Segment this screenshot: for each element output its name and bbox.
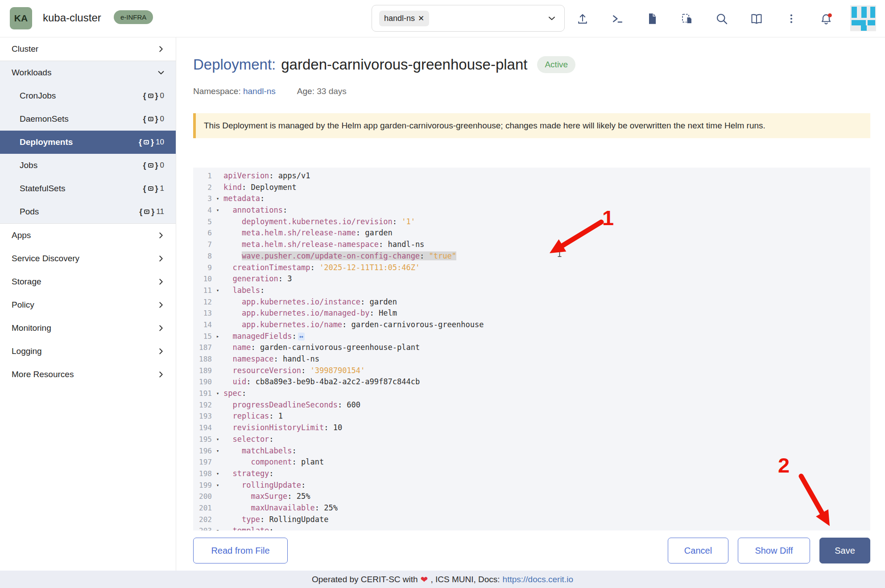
sidebar-item-label: Monitoring [12,323,51,333]
sidebar-item-label: More Resources [12,370,74,379]
chevron-right-icon[interactable] [156,370,166,379]
sidebar-item-more-resources[interactable]: More Resources [0,363,176,386]
yaml-line[interactable]: 189resourceVersion: '3998790154' [193,365,870,377]
sidebar-item-storage[interactable]: Storage [0,270,176,293]
line-number: 15 [193,331,212,342]
fold-toggle-icon[interactable]: ▾ [212,445,223,457]
yaml-editor[interactable]: 1apiVersion: apps/v12kind: Deployment3▾m… [193,168,870,530]
sidebar-item-monitoring[interactable]: Monitoring [0,317,176,340]
fold-toggle-icon[interactable]: ▾ [212,480,223,491]
show-diff-button[interactable]: Show Diff [738,538,810,563]
yaml-line[interactable]: 203▾template: [193,525,870,530]
file-icon[interactable] [646,12,658,25]
sidebar-item-label: Pods [20,207,39,217]
sidebar-item-deployments[interactable]: Deployments{} 10 [0,131,176,154]
yaml-line[interactable]: 193replicas: 1 [193,411,870,422]
sidebar-item-apps[interactable]: Apps [0,224,176,247]
yaml-line[interactable]: 5deployment.kubernetes.io/revision: '1' [193,216,870,228]
sidebar-item-pods[interactable]: Pods{} 11 [0,200,176,223]
yaml-line[interactable]: 192progressDeadlineSeconds: 600 [193,399,870,411]
yaml-line[interactable]: 11▾labels: [193,285,870,296]
yaml-line[interactable]: 199▾rollingUpdate: [193,480,870,491]
cluster-avatar[interactable]: KA [10,7,32,29]
yaml-line[interactable]: 187name: garden-carnivorous-greenhouse-p… [193,342,870,354]
sidebar-item-daemonsets[interactable]: DaemonSets{} 0 [0,107,176,131]
chevron-right-icon[interactable] [156,323,166,333]
fold-toggle-icon[interactable]: ▾ [212,388,223,399]
sidebar-item-policy[interactable]: Policy [0,293,176,317]
yaml-line[interactable]: 10generation: 3 [193,273,870,285]
fold-toggle-icon[interactable]: ▾ [212,434,223,445]
fold-toggle-icon[interactable]: ▾ [212,525,223,530]
yaml-line[interactable]: 14app.kubernetes.io/name: garden-carnivo… [193,319,870,331]
notifications-bell-icon[interactable] [820,12,832,25]
chevron-right-icon[interactable] [156,277,166,287]
count-icon [148,163,153,168]
chevron-right-icon[interactable] [156,254,166,263]
yaml-line[interactable]: 188namespace: handl-ns [193,354,870,365]
yaml-line[interactable]: 196▾matchLabels: [193,445,870,457]
namespace-link[interactable]: handl-ns [243,86,276,96]
yaml-line[interactable]: 198▾strategy: [193,468,870,480]
resource-count-badge: {} 1 [143,184,165,193]
fold-toggle-icon[interactable]: ▾ [212,205,223,216]
fold-toggle-icon[interactable]: ▾ [212,468,223,480]
kebab-menu-icon[interactable] [785,12,798,25]
fold-toggle-icon[interactable]: ▾ [212,285,223,296]
import-yaml-icon[interactable] [681,12,693,25]
chevron-down-icon[interactable] [156,68,166,78]
chevron-right-icon[interactable] [156,300,166,310]
chevron-right-icon[interactable] [156,346,166,356]
yaml-line[interactable]: 201maxUnavailable: 25% [193,502,870,514]
yaml-line[interactable]: 15▸managedFields:↔ [193,331,870,342]
yaml-line[interactable]: 4▾annotations: [193,205,870,216]
sidebar-item-jobs[interactable]: Jobs{} 0 [0,154,176,177]
yaml-line[interactable]: 190uid: cb8a89e3-be9b-4ba2-a2c2-a99f87c8… [193,376,870,388]
fold-toggle-icon[interactable]: ▾ [212,193,223,205]
fold-gutter [212,491,223,502]
yaml-line[interactable]: 191▾spec: [193,388,870,399]
search-icon[interactable] [715,12,728,25]
fold-toggle-icon[interactable]: ▸ [212,331,223,342]
chevron-right-icon[interactable] [156,230,166,240]
sidebar-item-cluster[interactable]: Cluster [0,37,176,61]
yaml-line[interactable]: 2kind: Deployment [193,182,870,193]
sidebar-item-service-discovery[interactable]: Service Discovery [0,247,176,270]
yaml-line[interactable]: 9creationTimestamp: '2025-12-11T11:05:46… [193,262,870,274]
yaml-line[interactable]: 8wave.pusher.com/update-on-config-change… [193,251,870,262]
yaml-code: managedFields:↔ [223,331,305,342]
sidebar-item-cronjobs[interactable]: CronJobs{} 0 [0,84,176,107]
yaml-line[interactable]: 202type: RollingUpdate [193,514,870,526]
yaml-code: generation: 3 [223,273,292,285]
namespace-chip[interactable]: handl-ns ✕ [379,11,429,26]
namespace-filter-dropdown[interactable]: handl-ns ✕ [372,5,565,32]
yaml-line[interactable]: 7meta.helm.sh/release-namespace: handl-n… [193,239,870,251]
yaml-line[interactable]: 12app.kubernetes.io/instance: garden [193,296,870,308]
yaml-line[interactable]: 197component: plant [193,456,870,468]
sidebar-item-logging[interactable]: Logging [0,340,176,363]
sidebar-item-workloads[interactable]: Workloads [0,61,176,84]
remove-namespace-icon[interactable]: ✕ [418,15,424,22]
yaml-line[interactable]: 200maxSurge: 25% [193,491,870,502]
yaml-line[interactable]: 195▾selector: [193,434,870,445]
read-from-file-button[interactable]: Read from File [193,538,288,563]
cancel-button[interactable]: Cancel [668,538,728,563]
count-icon [148,186,153,191]
chevron-down-icon[interactable] [546,13,557,24]
docs-book-icon[interactable] [750,12,763,25]
yaml-line[interactable]: 3▾metadata: [193,193,870,205]
sidebar-item-statefulsets[interactable]: StatefulSets{} 1 [0,177,176,200]
docs-link[interactable]: https://docs.cerit.io [503,575,573,584]
collapsed-fold-widget[interactable]: ↔ [298,333,305,341]
yaml-line[interactable]: 194revisionHistoryLimit: 10 [193,422,870,434]
kubectl-shell-icon[interactable] [611,12,624,25]
yaml-line[interactable]: 1apiVersion: apps/v1 [193,170,870,182]
sidebar-item-label: Apps [12,230,31,240]
upload-icon[interactable] [576,12,589,25]
chevron-right-icon[interactable] [156,44,166,54]
yaml-line[interactable]: 13app.kubernetes.io/managed-by: Helm [193,308,870,319]
save-button[interactable]: Save [819,538,870,563]
line-number: 195 [193,434,212,445]
yaml-line[interactable]: 6meta.helm.sh/release-name: garden [193,227,870,239]
muni-logo[interactable] [850,5,876,31]
